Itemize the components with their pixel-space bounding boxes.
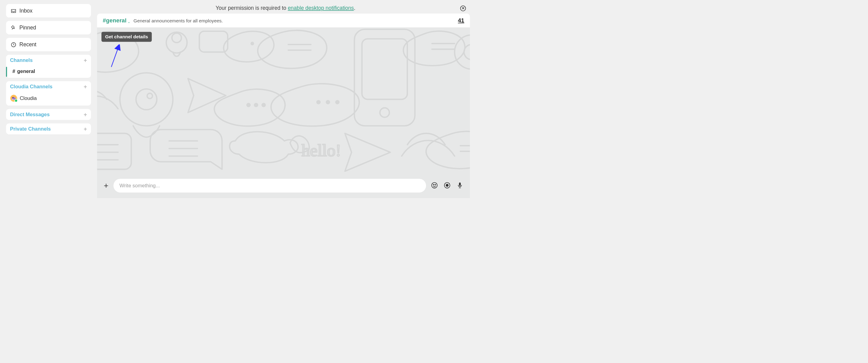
nav-inbox-card[interactable]: Inbox bbox=[6, 4, 91, 18]
channel-name: general bbox=[17, 68, 35, 74]
svg-point-19 bbox=[317, 100, 320, 103]
main-area: Your permission is required to enable de… bbox=[97, 0, 474, 198]
nav-pinned-card[interactable]: Pinned bbox=[6, 21, 91, 34]
svg-point-7 bbox=[251, 42, 253, 44]
record-icon[interactable] bbox=[444, 182, 451, 189]
composer: + Write something... bbox=[97, 173, 470, 199]
add-cloudia-button[interactable]: + bbox=[84, 84, 87, 90]
cloudia-section: Cloudia Channels + Cloudia bbox=[6, 81, 91, 106]
messages-area: hello! bbox=[97, 28, 470, 173]
member-count[interactable]: 41 bbox=[458, 17, 464, 24]
channels-section: Channels + # general bbox=[6, 55, 91, 78]
cloudia-label[interactable]: Cloudia Channels bbox=[10, 84, 53, 90]
cloudia-name: Cloudia bbox=[20, 95, 37, 101]
message-input[interactable]: Write something... bbox=[114, 179, 426, 192]
svg-rect-9 bbox=[362, 39, 407, 99]
pin-icon bbox=[11, 25, 17, 31]
channel-general[interactable]: # general bbox=[6, 66, 91, 78]
nav-recent-label: Recent bbox=[19, 41, 36, 48]
nav-pinned-label: Pinned bbox=[19, 25, 36, 31]
add-channel-button[interactable]: + bbox=[84, 57, 87, 63]
svg-point-5 bbox=[172, 33, 181, 42]
notification-suffix: . bbox=[354, 5, 355, 11]
channel-title: #general bbox=[103, 17, 127, 24]
svg-point-21 bbox=[336, 100, 339, 103]
cloudia-item[interactable]: Cloudia bbox=[6, 92, 91, 106]
svg-point-18 bbox=[262, 103, 265, 107]
svg-rect-22 bbox=[97, 133, 131, 169]
nav-recent-card[interactable]: Recent bbox=[6, 38, 91, 51]
channel-name-button[interactable]: #general ⌄ bbox=[103, 17, 130, 24]
svg-point-24 bbox=[432, 182, 437, 188]
chevron-down-icon: ⌄ bbox=[127, 20, 130, 24]
svg-point-15 bbox=[147, 93, 152, 98]
add-private-button[interactable]: + bbox=[84, 126, 87, 132]
svg-point-2 bbox=[13, 97, 16, 100]
clock-icon bbox=[11, 42, 17, 48]
svg-point-17 bbox=[255, 103, 258, 107]
svg-point-10 bbox=[380, 108, 390, 117]
svg-point-13 bbox=[120, 73, 173, 126]
svg-text:hello!: hello! bbox=[302, 141, 341, 160]
svg-point-26 bbox=[435, 184, 436, 185]
channel-description: General announcements for all employees. bbox=[134, 19, 223, 24]
svg-point-3 bbox=[12, 98, 13, 100]
message-placeholder: Write something... bbox=[120, 183, 160, 188]
tooltip-channel-details: Get channel details bbox=[101, 32, 152, 42]
sidebar: Inbox Pinned Recent Channels + bbox=[0, 0, 97, 198]
private-section: Private Channels + bbox=[6, 123, 91, 134]
notification-bar: Your permission is required to enable de… bbox=[97, 3, 474, 13]
microphone-icon[interactable] bbox=[456, 182, 463, 189]
avatar bbox=[10, 94, 18, 102]
notification-link[interactable]: enable desktop notifications bbox=[288, 5, 354, 11]
channels-label[interactable]: Channels bbox=[10, 57, 33, 63]
notification-text: Your permission is required to bbox=[216, 5, 286, 11]
close-icon[interactable]: ✕ bbox=[460, 5, 466, 11]
add-attachment-button[interactable]: + bbox=[104, 181, 108, 189]
svg-point-14 bbox=[136, 89, 157, 110]
dms-label[interactable]: Direct Messages bbox=[10, 112, 50, 117]
svg-point-28 bbox=[446, 184, 448, 186]
nav-inbox-label: Inbox bbox=[19, 8, 32, 14]
svg-point-16 bbox=[247, 103, 250, 107]
private-label[interactable]: Private Channels bbox=[10, 126, 51, 132]
inbox-icon bbox=[11, 8, 17, 14]
background-pattern: hello! bbox=[97, 28, 470, 173]
svg-point-20 bbox=[327, 100, 330, 103]
svg-point-25 bbox=[433, 184, 434, 185]
channel-header: #general ⌄ General announcements for all… bbox=[97, 13, 470, 27]
add-dm-button[interactable]: + bbox=[84, 112, 87, 117]
dms-section: Direct Messages + bbox=[6, 109, 91, 120]
hash-icon: # bbox=[12, 68, 15, 74]
emoji-icon[interactable] bbox=[431, 182, 438, 189]
